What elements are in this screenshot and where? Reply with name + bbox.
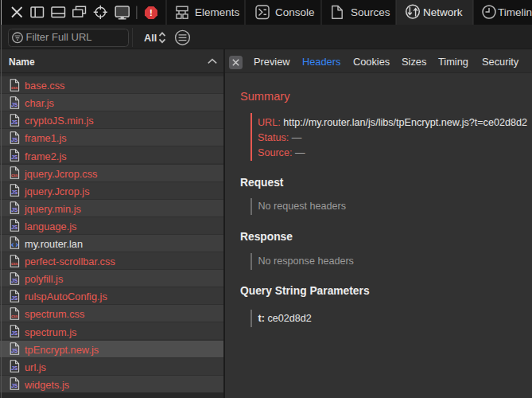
svg-text:JS: JS — [11, 137, 18, 142]
svg-text:JS: JS — [11, 207, 18, 213]
svg-text:JS: JS — [11, 224, 18, 230]
svg-text:JS: JS — [11, 348, 18, 353]
svg-text:JS: JS — [11, 383, 18, 388]
svg-text:JS: JS — [11, 102, 18, 107]
svg-text:JS: JS — [11, 154, 18, 160]
svg-text:css: css — [11, 173, 18, 178]
svg-text:JS: JS — [11, 119, 18, 125]
svg-text:css: css — [11, 85, 18, 90]
svg-text:JS: JS — [11, 330, 18, 336]
svg-text:!: ! — [150, 8, 153, 18]
svg-text:css: css — [11, 314, 18, 318]
svg-text:JS: JS — [11, 295, 18, 301]
svg-text:JS: JS — [11, 365, 18, 371]
svg-text:JS: JS — [11, 278, 18, 283]
svg-text:JS: JS — [11, 189, 18, 195]
svg-text:css: css — [11, 261, 18, 266]
